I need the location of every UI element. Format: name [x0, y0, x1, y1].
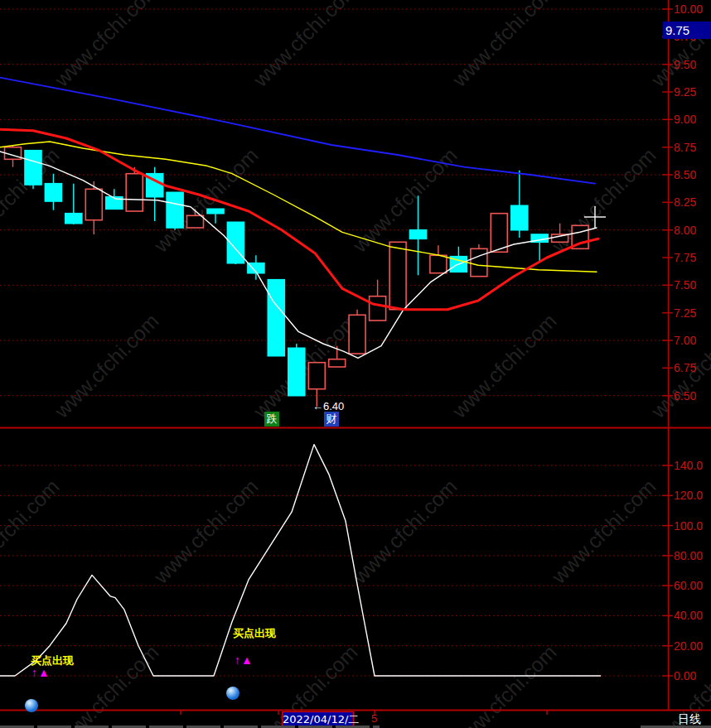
low-price-annotation: ←6.40	[312, 400, 344, 412]
candle-body	[308, 363, 325, 389]
candle-body	[45, 184, 61, 201]
candle-body	[329, 359, 346, 367]
price-axis-label: 9.00	[674, 113, 696, 126]
candle-body	[511, 205, 528, 229]
price-axis-label: 8.75	[674, 141, 696, 154]
candle-body	[65, 214, 82, 224]
price-axis-label: 9.25	[674, 85, 696, 99]
candle-body	[167, 192, 183, 228]
candle-body	[430, 255, 447, 272]
candle-body	[410, 230, 427, 239]
candle-body	[349, 315, 365, 354]
indicator-axis-label: 40.00	[674, 609, 703, 622]
price-axis-label: 10.00	[674, 2, 703, 16]
candle-body	[389, 242, 406, 309]
candle-body	[85, 189, 102, 219]
price-axis-label: 9.50	[674, 58, 696, 71]
price-axis-label: 6.75	[674, 361, 696, 374]
price-axis-label: 8.50	[674, 168, 696, 181]
chart-canvas[interactable]: 10.009.759.509.259.008.758.508.258.007.7…	[0, 0, 711, 728]
price-axis-label: 7.75	[674, 251, 696, 264]
candle-body	[471, 248, 487, 276]
price-axis-label: 7.25	[674, 306, 696, 320]
indicator-axis-label: 20.00	[674, 639, 703, 653]
x-axis-tick-label: 5	[371, 712, 377, 725]
indicator-axis-label: 120.0	[674, 489, 703, 502]
indicator-axis-label: 60.00	[674, 579, 703, 592]
candle-body	[288, 348, 305, 395]
price-highlight-badge: 9.75	[663, 22, 711, 39]
indicator-axis-label: 0.00	[674, 669, 696, 682]
candle-body	[491, 214, 507, 253]
indicator-axis-label: 140.0	[674, 459, 703, 472]
candle-body	[126, 174, 143, 211]
price-axis-label: 8.25	[674, 195, 696, 209]
candle-body	[268, 280, 284, 356]
signal-ball-icon	[226, 687, 239, 700]
price-axis-label: 6.50	[674, 389, 696, 403]
buy-arrow-icon: ↑▲	[235, 653, 254, 667]
indicator-axis-label: 100.0	[674, 519, 703, 533]
candle-body	[25, 151, 41, 185]
wealth-signal-tag: 财	[324, 412, 339, 427]
date-display: 2022/04/12/二	[282, 711, 354, 726]
signal-ball-icon	[25, 699, 38, 712]
price-axis-label: 7.00	[674, 334, 696, 347]
candle-body	[207, 209, 224, 213]
buy-point-label: 买点出现	[233, 626, 276, 641]
candle-body	[370, 297, 386, 321]
trading-app-window: www.cfchi.comwww.cfchi.comwww.cfchi.comw…	[0, 0, 711, 728]
fall-signal-tag: 跌	[264, 412, 279, 427]
price-axis-label: 8.00	[674, 224, 696, 237]
indicator-axis-label: 80.00	[674, 549, 703, 562]
ma-blue-long	[0, 78, 595, 184]
buy-arrow-icon: ↑▲	[31, 666, 51, 679]
indicator-line	[0, 445, 601, 676]
candle-body	[187, 215, 204, 228]
price-axis-label: 7.50	[674, 278, 696, 292]
ma-white-short	[0, 152, 597, 358]
